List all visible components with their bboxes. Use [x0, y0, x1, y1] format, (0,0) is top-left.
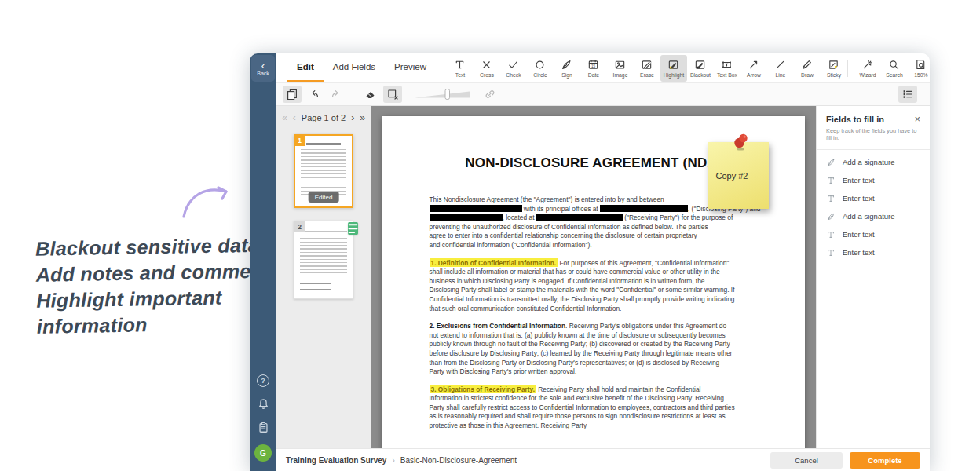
- field-item-text[interactable]: Enter text: [817, 225, 930, 243]
- cross-icon: [481, 59, 492, 71]
- line-icon: [774, 59, 786, 71]
- breadcrumb-parent[interactable]: Training Evaluation Survey: [286, 456, 386, 465]
- help-icon[interactable]: ?: [257, 374, 270, 387]
- erase-tool-button[interactable]: Erase: [634, 55, 660, 82]
- section-2: 2. Exclusions from Confidential Informat…: [430, 322, 736, 377]
- search-button[interactable]: Search: [881, 55, 908, 82]
- back-button[interactable]: ‹ Back: [251, 55, 275, 82]
- search-icon: [888, 59, 900, 71]
- tab-edit[interactable]: Edit: [287, 53, 324, 82]
- thickness-slider[interactable]: [413, 88, 473, 100]
- field-item-signature[interactable]: Add a signature: [817, 207, 930, 225]
- signature-feather-icon: [826, 212, 836, 221]
- page-thumbnail-1[interactable]: 1 Edited: [294, 134, 353, 208]
- text-tool-button[interactable]: Text: [447, 55, 474, 82]
- complete-button[interactable]: Complete: [850, 452, 920, 469]
- blackout-redaction: [536, 214, 623, 221]
- toolbar-divider: [847, 60, 848, 77]
- section-3: 3. Obligations of Receiving Party. Recei…: [430, 385, 736, 431]
- breadcrumb-current: Basic-Non-Disclosure-Agreement: [400, 456, 517, 465]
- text-field-icon: [826, 248, 836, 257]
- eraser-icon: [364, 88, 377, 100]
- secondary-toolbar: [276, 83, 930, 106]
- paragraph-intro: This Nondisclosure Agreement (the "Agree…: [430, 195, 736, 250]
- previous-page-button[interactable]: ‹: [293, 112, 296, 123]
- fields-added-badge: [348, 222, 358, 235]
- link-button[interactable]: [481, 86, 499, 103]
- tool-buttons: Text Cross Check Circle Sign: [447, 53, 847, 82]
- circle-icon: [534, 59, 546, 71]
- field-item-text[interactable]: Enter text: [817, 171, 930, 189]
- document-page[interactable]: NON-DISCLOSURE AGREEMENT (NDA) Copy #2 T: [382, 116, 805, 448]
- circle-tool-button[interactable]: Circle: [527, 55, 554, 82]
- image-tool-button[interactable]: Image: [607, 55, 634, 82]
- main-toolbar: Edit Add Fields Preview Text Cross Check: [276, 53, 930, 83]
- first-page-button[interactable]: «: [282, 112, 287, 123]
- page-number-badge: 2: [294, 221, 305, 232]
- page-thumbnail-2[interactable]: 2: [294, 221, 353, 299]
- date-tool-button[interactable]: 15 Date: [580, 55, 607, 82]
- notifications-bell-icon[interactable]: [257, 397, 270, 411]
- last-page-button[interactable]: »: [360, 112, 365, 123]
- back-chevron-icon: ‹: [261, 61, 265, 70]
- blackout-redaction: [430, 214, 503, 221]
- copy-pages-button[interactable]: [283, 86, 302, 103]
- signature-pen-icon: [561, 59, 572, 71]
- highlighted-heading: 1. Definition of Confidential Informatio…: [430, 258, 558, 267]
- undo-icon: [308, 88, 320, 100]
- check-tool-button[interactable]: Check: [500, 55, 527, 82]
- thumbnail-text-lines: [300, 228, 347, 273]
- field-item-signature[interactable]: Add a signature: [817, 153, 930, 171]
- textbox-tool-button[interactable]: Text Box: [714, 55, 740, 82]
- document-body: This Nondisclosure Agreement (the "Agree…: [430, 195, 736, 431]
- zoom-level-button[interactable]: 150%: [908, 55, 930, 82]
- page-pager: « ‹ Page 1 of 2 › »: [282, 106, 365, 130]
- redo-button[interactable]: [327, 86, 346, 103]
- back-label: Back: [257, 71, 269, 76]
- highlight-tool-button[interactable]: Highlight: [660, 55, 687, 82]
- right-tool-buttons: Wizard Search 150%: [847, 53, 930, 82]
- tab-preview[interactable]: Preview: [385, 53, 436, 82]
- line-tool-button[interactable]: Line: [767, 55, 794, 82]
- draw-tool-button[interactable]: Draw: [794, 55, 821, 82]
- sticky-note[interactable]: Copy #2: [708, 142, 769, 209]
- fields-panel: Fields to fill in × Keep track of the fi…: [816, 106, 930, 448]
- cross-tool-button[interactable]: Cross: [474, 55, 500, 82]
- textbox-icon: [721, 59, 733, 71]
- field-item-text[interactable]: Enter text: [817, 243, 930, 261]
- field-item-text[interactable]: Enter text: [817, 189, 930, 207]
- user-avatar[interactable]: G: [254, 444, 272, 462]
- wizard-wand-icon: [861, 59, 873, 71]
- fields-list-button[interactable]: [898, 86, 917, 103]
- blackout-redaction: [430, 205, 522, 211]
- curved-arrow-icon: [177, 181, 234, 221]
- erase-icon: [641, 59, 653, 71]
- delete-area-button[interactable]: [383, 86, 402, 103]
- page-number-badge: 1: [294, 134, 305, 146]
- document-canvas: NON-DISCLOSURE AGREEMENT (NDA) Copy #2 T: [371, 106, 816, 448]
- sign-tool-button[interactable]: Sign: [554, 55, 580, 82]
- highlighted-heading: 3. Obligations of Receiving Party.: [430, 385, 536, 393]
- blackout-tool-button[interactable]: Blackout: [687, 55, 714, 82]
- sticky-tool-button[interactable]: Sticky: [821, 55, 847, 82]
- arrow-tool-button[interactable]: Arrow: [740, 55, 767, 82]
- eraser-button[interactable]: [361, 86, 380, 103]
- crop-icon: [386, 88, 399, 100]
- next-page-button[interactable]: ›: [351, 112, 354, 123]
- cancel-button[interactable]: Cancel: [770, 452, 843, 469]
- fields-panel-title: Fields to fill in: [826, 115, 914, 124]
- blackout-redaction: [600, 205, 688, 211]
- breadcrumb-chevron-icon: ›: [392, 456, 394, 465]
- clipboard-icon[interactable]: [257, 421, 270, 434]
- tab-add-fields[interactable]: Add Fields: [324, 53, 385, 82]
- sticky-note-text: Copy #2: [716, 171, 748, 181]
- undo-button[interactable]: [305, 86, 324, 103]
- pager-label: Page 1 of 2: [302, 113, 346, 122]
- document-zoom-icon: [915, 59, 927, 71]
- slider-thumb[interactable]: [445, 89, 450, 100]
- fields-list-icon: [901, 88, 914, 100]
- close-icon[interactable]: ×: [914, 115, 920, 123]
- thumbnail-signature-lines: [300, 283, 331, 285]
- promo-line: Blackout sensitive data,: [35, 232, 287, 262]
- wizard-button[interactable]: Wizard: [854, 55, 881, 82]
